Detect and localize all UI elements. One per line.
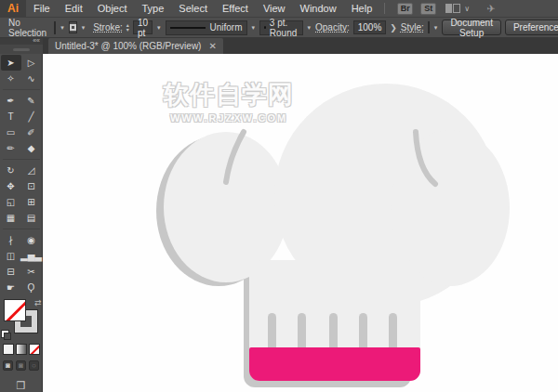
chevron-down-icon[interactable]: ▾ [433,24,439,32]
fill-swatch-none[interactable] [54,21,56,34]
rotate-tool[interactable]: ↻ [1,163,21,178]
eraser-tool[interactable]: ◆ [21,140,42,156]
opacity-flyout-icon[interactable]: ❯ [390,23,397,33]
watermark-url: WWW.RJZXW.COM [164,112,294,124]
menu-bar: Ai File Edit Object Type Select Effect V… [0,0,558,18]
graphic-style-swatch[interactable] [428,21,430,33]
screen-mode-button[interactable]: ❒ [17,380,26,392]
menu-object[interactable]: Object [90,3,135,14]
default-fill-stroke-icon[interactable] [1,330,9,338]
toolbar-collapse-button[interactable]: «« [0,38,43,45]
pen-tool[interactable]: ✒ [1,93,21,109]
document-tab[interactable]: Untitled-3* @ 100% (RGB/Preview) ✕ [48,38,223,54]
hat-pink-band[interactable] [249,347,420,381]
chevron-down-icon[interactable]: ▾ [60,24,65,32]
artboard-tool[interactable]: ⊟ [1,264,21,280]
stroke-weight-field[interactable]: 10 pt [133,20,153,34]
fill-swatch-none[interactable] [4,299,26,321]
menu-edit[interactable]: Edit [58,3,90,14]
color-button[interactable] [3,344,14,355]
opacity-field[interactable]: 100% [353,20,387,34]
lasso-tool[interactable]: ∿ [21,71,42,86]
stroke-stepper[interactable]: ▴▾ [126,23,129,33]
symbol-sprayer-tool[interactable]: ◫ [1,248,21,264]
curvature-tool[interactable]: ✎ [21,93,42,109]
cuff-stripe[interactable] [359,313,367,347]
column-graph-tool[interactable]: ▂▅▃ [21,248,42,264]
brush-preview-icon [264,26,266,29]
cuff-stripe[interactable] [329,313,338,347]
draw-normal-button[interactable]: ◙ [3,360,13,371]
gradient-tool[interactable]: ▤ [21,210,42,226]
pencil-tool[interactable]: ✏ [1,140,21,156]
zoom-tool[interactable]: Ϙ [21,280,42,295]
selection-tool[interactable]: ➤ [1,55,21,71]
chevron-down-icon[interactable]: ▾ [251,24,257,32]
fill-stroke-indicator: ⇄ [1,299,42,336]
cs-live-icon[interactable]: ✈ [486,3,495,15]
profile-preview-icon [170,27,206,29]
menu-help[interactable]: Help [344,3,380,14]
toolbar-grip[interactable] [0,45,43,54]
document-setup-button[interactable]: Document Setup [442,20,501,35]
color-mode-row [3,344,40,355]
bridge-button[interactable]: Br [397,3,413,15]
opacity-panel-link[interactable]: Opacity: [315,22,350,33]
menu-effect[interactable]: Effect [215,3,256,14]
selection-status: No Selection [8,18,46,38]
menu-select[interactable]: Select [171,3,215,14]
workspace-switcher-icon[interactable]: ∨ [445,4,470,13]
line-segment-tool[interactable]: ╱ [21,109,42,124]
brush-definition-dropdown[interactable]: 3 pt. Round [259,20,302,35]
stock-button[interactable]: St [420,3,436,15]
main-area: ➤ ▷ ✧ ∿ ✒ ✎ T ╱ ▭ ✐ ✏ ◆ [0,54,558,392]
hand-tool[interactable]: ☛ [1,280,21,295]
stroke-swatch[interactable] [69,21,77,33]
toolbar-divider [3,156,40,160]
app-logo: Ai [0,0,26,18]
toolbar-divider [3,86,40,90]
magic-wand-tool[interactable]: ✧ [1,71,21,86]
eyedropper-tool[interactable]: ∤ [1,232,21,248]
menubar-divider [384,3,385,14]
chevron-down-icon[interactable]: ▾ [81,24,86,32]
width-profile-dropdown[interactable]: Uniform [166,20,247,35]
stroke-panel-link[interactable]: Stroke: [93,22,123,33]
menu-window[interactable]: Window [293,3,344,14]
menu-view[interactable]: View [256,3,293,14]
shape-builder-tool[interactable]: ◱ [1,194,21,210]
toolbar-header: «« [0,38,43,54]
none-button[interactable] [29,344,40,355]
preferences-button[interactable]: Preferences [505,20,558,35]
free-transform-tool[interactable]: ⊡ [21,178,42,194]
artboard-canvas[interactable]: 软件自学网 WWW.RJZXW.COM [43,54,558,392]
watermark-text: 软件自学网 [164,78,294,111]
cuff-stripe[interactable] [268,313,276,347]
scale-tool[interactable]: ◿ [21,163,42,178]
rectangle-tool[interactable]: ▭ [1,124,21,140]
swap-fill-stroke-icon[interactable]: ⇄ [34,298,42,307]
draw-inside-button[interactable]: ○ [29,360,39,371]
tab-row: «« Untitled-3* @ 100% (RGB/Preview) ✕ [0,38,558,54]
mesh-tool[interactable]: ▦ [1,210,21,226]
menu-type[interactable]: Type [135,3,172,14]
drawing-modes-row: ◙ ◙ ○ [3,360,39,371]
tools-panel: ➤ ▷ ✧ ∿ ✒ ✎ T ╱ ▭ ✐ ✏ ◆ [0,54,43,392]
perspective-grid-tool[interactable]: ⊞ [21,194,42,210]
document-tab-title: Untitled-3* @ 100% (RGB/Preview) [55,41,201,51]
chevron-down-icon[interactable]: ▾ [156,24,162,32]
direct-selection-tool[interactable]: ▷ [21,55,42,71]
style-panel-link[interactable]: Style: [401,22,424,33]
close-icon[interactable]: ✕ [208,42,216,51]
chevron-down-icon[interactable]: ▾ [307,24,312,32]
cuff-stripe[interactable] [389,313,397,347]
paintbrush-tool[interactable]: ✐ [21,124,42,140]
blend-tool[interactable]: ◉ [21,232,42,248]
menu-file[interactable]: File [26,3,58,14]
gradient-button[interactable] [16,344,27,355]
type-tool[interactable]: T [1,109,21,124]
slice-tool[interactable]: ✂ [21,264,42,280]
width-tool[interactable]: ✥ [1,178,21,194]
draw-behind-button[interactable]: ◙ [16,360,26,371]
cuff-stripe[interactable] [298,313,306,347]
